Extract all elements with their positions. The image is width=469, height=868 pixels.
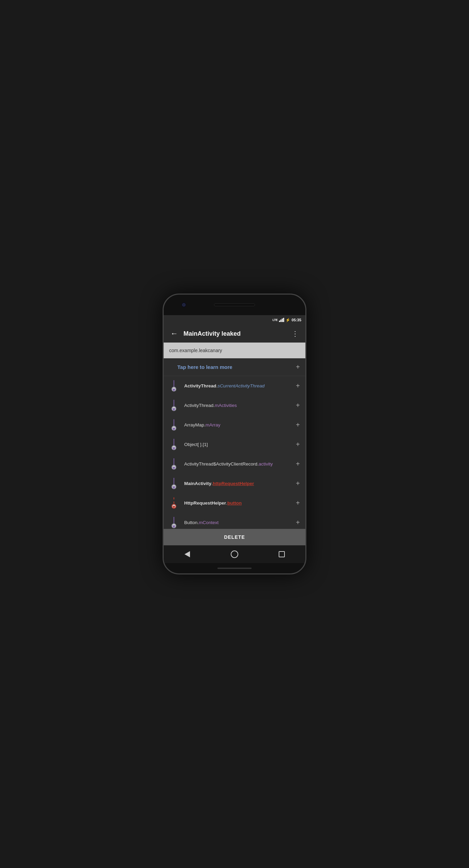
phone-chin	[164, 563, 305, 573]
delete-button[interactable]: DELETE	[164, 529, 305, 545]
line-area: ▼	[164, 497, 184, 509]
trace-text: Button.mContext	[184, 520, 296, 525]
arrow-down-icon: ▼	[172, 387, 176, 392]
expand-icon: +	[296, 441, 300, 448]
arrow-down-icon: ▼	[172, 446, 176, 451]
arrow-down-icon: ▼	[172, 466, 176, 470]
trace-row[interactable]: ▼ Button.mContext +	[164, 513, 305, 529]
expand-icon: +	[296, 401, 300, 409]
expand-icon: +	[296, 421, 300, 429]
arrow-down-icon: ▼	[172, 407, 176, 412]
arrow-down-icon: ▼	[172, 485, 176, 490]
trace-content: Tap here to learn more + ▼ ActivityThrea…	[164, 358, 305, 529]
expand-icon: +	[296, 499, 300, 507]
trace-text: ActivityThread$ActivityClientRecord.acti…	[184, 461, 296, 467]
toolbar: ← MainActivity leaked ⋮	[164, 325, 305, 343]
trace-row[interactable]: ▼ ArrayMap.mArray +	[164, 415, 305, 435]
back-button[interactable]: ←	[168, 326, 181, 341]
status-icons: LTE ⚡ 05:35	[272, 318, 301, 322]
volume-down-button	[163, 351, 164, 363]
status-bar: LTE ⚡ 05:35	[164, 315, 305, 325]
arrow-down-red-icon: ▼	[172, 505, 176, 509]
expand-icon: +	[296, 480, 300, 487]
home-nav-button[interactable]	[228, 547, 241, 561]
back-nav-icon	[185, 551, 190, 557]
arrow-down-icon: ▼	[172, 524, 176, 529]
trace-row[interactable]: ▼ MainActivity.httpRequestHelper +	[164, 474, 305, 493]
trace-row[interactable]: ▼ ActivityThread.mActivities +	[164, 396, 305, 415]
chin-bar	[217, 568, 252, 569]
trace-text: ActivityThread.mActivities	[184, 403, 296, 408]
trace-row[interactable]: ▼ HttpRequestHelper.button +	[164, 493, 305, 513]
expand-icon: +	[296, 460, 300, 468]
home-nav-icon	[231, 550, 238, 558]
volume-up-button	[163, 336, 164, 348]
overflow-menu-button[interactable]: ⋮	[289, 327, 301, 340]
expand-icon: +	[296, 519, 300, 526]
line-area: ▼	[164, 380, 184, 392]
camera-lens	[181, 302, 186, 307]
signal-strength-icon	[279, 318, 284, 322]
arrow-down-icon: ▼	[172, 426, 176, 431]
camera-area	[164, 295, 305, 315]
trace-text: ArrayMap.mArray	[184, 422, 296, 427]
phone-device: LTE ⚡ 05:35 ← MainActivity leaked ⋮ com.…	[163, 294, 306, 574]
expand-icon: +	[296, 382, 300, 390]
line-area: ▼	[164, 478, 184, 489]
trace-text: MainActivity.httpRequestHelper	[184, 481, 296, 486]
lte-indicator: LTE	[272, 318, 278, 322]
tap-here-expand-icon: +	[296, 363, 300, 371]
speaker-grille	[214, 303, 255, 306]
trace-row[interactable]: ▼ ActivityThread.sCurrentActivityThread …	[164, 376, 305, 396]
battery-icon: ⚡	[286, 318, 290, 322]
line-area: ▼	[164, 400, 184, 411]
line-area: ▼	[164, 517, 184, 528]
tap-here-label: Tap here to learn more	[177, 364, 296, 370]
trace-list: ▼ ActivityThread.sCurrentActivityThread …	[164, 376, 305, 529]
trace-text: Object[ ].[1]	[184, 442, 296, 447]
line-area: ▼	[164, 439, 184, 450]
clock: 05:35	[292, 318, 301, 322]
line-area: ▼	[164, 419, 184, 431]
recents-nav-button[interactable]	[275, 547, 289, 561]
trace-row[interactable]: ▼ ActivityThread$ActivityClientRecord.ac…	[164, 454, 305, 474]
tap-here-row[interactable]: Tap here to learn more +	[164, 358, 305, 376]
trace-row[interactable]: ▼ Object[ ].[1] +	[164, 435, 305, 454]
toolbar-title: MainActivity leaked	[183, 330, 289, 337]
package-bar: com.example.leakcanary	[164, 343, 305, 358]
package-name: com.example.leakcanary	[169, 348, 222, 353]
phone-screen: LTE ⚡ 05:35 ← MainActivity leaked ⋮ com.…	[164, 295, 305, 573]
trace-text: ActivityThread.sCurrentActivityThread	[184, 383, 296, 388]
trace-text: HttpRequestHelper.button	[184, 500, 296, 506]
bottom-nav	[164, 545, 305, 563]
line-area: ▼	[164, 458, 184, 470]
back-nav-button[interactable]	[180, 547, 194, 561]
recents-nav-icon	[279, 551, 285, 557]
